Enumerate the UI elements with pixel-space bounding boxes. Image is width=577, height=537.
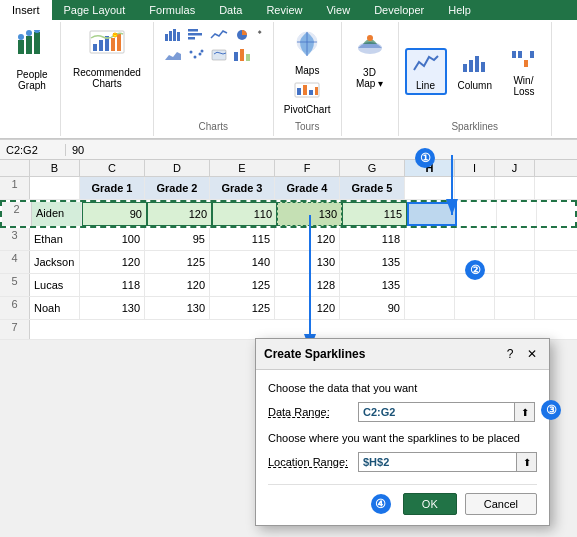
cell-e1[interactable]: Grade 3 <box>210 177 275 199</box>
tab-review[interactable]: Review <box>254 0 314 20</box>
people-graph-button[interactable]: PeopleGraph <box>10 26 54 95</box>
cell-c1[interactable]: Grade 1 <box>80 177 145 199</box>
col-header-i[interactable]: I <box>455 160 495 176</box>
pivot-chart-button[interactable]: PivotChart <box>280 80 335 117</box>
cell-d3[interactable]: 95 <box>145 228 210 250</box>
recommended-charts-button[interactable]: RecommendedCharts <box>67 26 147 93</box>
cell-i1[interactable] <box>455 177 495 199</box>
col-header-d[interactable]: D <box>145 160 210 176</box>
cell-i2[interactable] <box>457 202 497 226</box>
cell-g5[interactable]: 135 <box>340 274 405 296</box>
col-header-c[interactable]: C <box>80 160 145 176</box>
cell-h5[interactable] <box>405 274 455 296</box>
cell-e2[interactable]: 110 <box>212 202 277 226</box>
pie-chart-btn[interactable] <box>231 26 253 44</box>
charts-expand-btn[interactable]: ⬥ <box>255 26 264 36</box>
cell-j3[interactable] <box>495 228 535 250</box>
cell-j5[interactable] <box>495 274 535 296</box>
cell-e6[interactable]: 125 <box>210 297 275 319</box>
cell-c6[interactable]: 130 <box>80 297 145 319</box>
col-header-j[interactable]: J <box>495 160 535 176</box>
tab-data[interactable]: Data <box>207 0 254 20</box>
cell-b6[interactable]: Noah <box>30 297 80 319</box>
column-sparkline-button[interactable]: Column <box>451 48 499 95</box>
maps-button[interactable]: Maps <box>285 26 329 80</box>
cell-j1[interactable] <box>495 177 535 199</box>
cell-d2[interactable]: 120 <box>147 202 212 226</box>
cell-b3[interactable]: Ethan <box>30 228 80 250</box>
column-chart-btn[interactable] <box>162 26 184 44</box>
tab-developer[interactable]: Developer <box>362 0 436 20</box>
data-range-collapse-btn[interactable]: ⬆ <box>515 402 535 422</box>
cell-j6[interactable] <box>495 297 535 319</box>
cell-b4[interactable]: Jackson <box>30 251 80 273</box>
line-chart-btn[interactable] <box>208 26 230 44</box>
dialog-cancel-button[interactable]: Cancel <box>465 493 537 515</box>
cell-c2[interactable]: 90 <box>82 202 147 226</box>
col-header-f[interactable]: F <box>275 160 340 176</box>
dialog-help-button[interactable]: ? <box>501 345 519 363</box>
cell-b5[interactable]: Lucas <box>30 274 80 296</box>
cell-f4[interactable]: 130 <box>275 251 340 273</box>
cell-h1[interactable] <box>405 177 455 199</box>
cell-e4[interactable]: 140 <box>210 251 275 273</box>
cell-d4[interactable]: 125 <box>145 251 210 273</box>
cell-h3[interactable] <box>405 228 455 250</box>
more-charts-btn[interactable] <box>231 46 253 64</box>
location-range-collapse-btn[interactable]: ⬆ <box>517 452 537 472</box>
cell-g6[interactable]: 90 <box>340 297 405 319</box>
cell-h6[interactable] <box>405 297 455 319</box>
svg-point-24 <box>201 50 204 53</box>
cell-f2[interactable]: 130 <box>277 202 342 226</box>
tab-formulas[interactable]: Formulas <box>137 0 207 20</box>
row-number-3: 3 <box>0 228 30 250</box>
tab-insert[interactable]: Insert <box>0 0 52 20</box>
cell-j2[interactable] <box>497 202 537 226</box>
cell-i3[interactable] <box>455 228 495 250</box>
cell-c3[interactable]: 100 <box>80 228 145 250</box>
map-dropdown-btn[interactable] <box>208 46 230 64</box>
cell-b1[interactable] <box>30 177 80 199</box>
data-range-input[interactable] <box>358 402 515 422</box>
col-header-g[interactable]: G <box>340 160 405 176</box>
cell-c5[interactable]: 118 <box>80 274 145 296</box>
col-header-b[interactable]: B <box>30 160 80 176</box>
cell-f6[interactable]: 120 <box>275 297 340 319</box>
col-header-e[interactable]: E <box>210 160 275 176</box>
cell-f3[interactable]: 120 <box>275 228 340 250</box>
line-sparkline-button[interactable]: Line <box>405 48 447 95</box>
winloss-sparkline-button[interactable]: Win/Loss <box>503 43 545 101</box>
cell-g3[interactable]: 118 <box>340 228 405 250</box>
tab-page-layout[interactable]: Page Layout <box>52 0 138 20</box>
cell-f5[interactable]: 128 <box>275 274 340 296</box>
cell-g4[interactable]: 135 <box>340 251 405 273</box>
cell-i6[interactable] <box>455 297 495 319</box>
cell-g1[interactable]: Grade 5 <box>340 177 405 199</box>
3d-map-button[interactable]: 3DMap ▾ <box>348 26 392 93</box>
bar-chart-btn[interactable] <box>185 26 207 44</box>
cell-d6[interactable]: 130 <box>145 297 210 319</box>
tab-help[interactable]: Help <box>436 0 483 20</box>
cell-h2[interactable] <box>407 202 457 226</box>
row-number-2: 2 <box>2 202 32 226</box>
name-box[interactable]: C2:G2 <box>6 144 66 156</box>
cell-f1[interactable]: Grade 4 <box>275 177 340 199</box>
cell-h4[interactable] <box>405 251 455 273</box>
cell-e5[interactable]: 125 <box>210 274 275 296</box>
scatter-chart-btn[interactable] <box>185 46 207 64</box>
cell-g2[interactable]: 115 <box>342 202 407 226</box>
dialog-close-button[interactable]: ✕ <box>523 345 541 363</box>
cell-d5[interactable]: 120 <box>145 274 210 296</box>
cell-c4[interactable]: 120 <box>80 251 145 273</box>
dialog-ok-button[interactable]: OK <box>403 493 457 515</box>
cell-e3[interactable]: 115 <box>210 228 275 250</box>
create-sparklines-dialog[interactable]: Create Sparklines ? ✕ Choose the data th… <box>255 338 550 526</box>
cell-j4[interactable] <box>495 251 535 273</box>
tab-view[interactable]: View <box>314 0 362 20</box>
area-chart-btn[interactable] <box>162 46 184 64</box>
cell-d1[interactable]: Grade 2 <box>145 177 210 199</box>
location-range-input[interactable] <box>358 452 517 472</box>
svg-rect-39 <box>463 64 467 72</box>
cell-b2[interactable]: Aiden <box>32 202 82 226</box>
svg-rect-25 <box>212 50 226 60</box>
